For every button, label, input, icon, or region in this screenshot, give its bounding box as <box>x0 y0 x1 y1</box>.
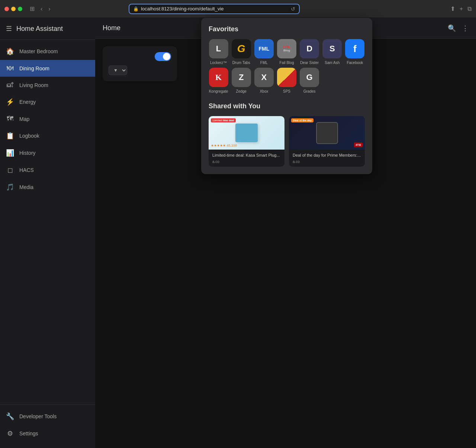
fav-grades[interactable]: G Grades <box>300 68 319 93</box>
header-actions: 🔍 ⋮ <box>448 24 469 32</box>
shared-card-kasa-title: Limited-time deal: Kasa Smart Plug... <box>212 153 281 158</box>
fav-fail-blog-icon: FAIL Blog <box>277 39 296 58</box>
app-title: Home Assistant <box>16 25 63 33</box>
main-content: Home 🔍 ⋮ ▼ <box>95 18 476 448</box>
shared-grid: Limited time deal ★★★★★ 45,100 Limited-t… <box>209 116 365 167</box>
fav-facebook-icon: f <box>345 39 364 58</box>
bolt-icon: ⚡ <box>6 98 14 106</box>
fav-lockerz[interactable]: L Lockerz™ <box>209 39 228 65</box>
new-tab-button[interactable]: + <box>460 6 463 12</box>
sidebar-label-history: History <box>19 150 36 156</box>
sidebar-label-map: Map <box>19 116 29 122</box>
fav-dear-sister-icon: D <box>300 39 319 58</box>
sidebar-item-logbook[interactable]: 📋 Logbook <box>0 127 95 144</box>
fav-drum-tabs[interactable]: G Drum Tabs <box>231 39 251 65</box>
sidebar-item-media[interactable]: 🎵 Media <box>0 179 95 196</box>
share-button[interactable]: ⬆ <box>450 5 455 12</box>
sidebar-toggle-icon[interactable]: ⊞ <box>28 4 36 14</box>
shared-card-ironwolf-title: Deal of the day for Prime Members:... <box>293 153 361 158</box>
house-icon: 🏠 <box>6 47 14 55</box>
shared-card-ironwolf-domain: a.co <box>293 160 361 164</box>
sidebar-item-hacs[interactable]: ◻ HACS <box>0 161 95 179</box>
sidebar-label-hacs: HACS <box>19 167 34 173</box>
kasa-rating: ★★★★★ 45,100 <box>211 144 237 147</box>
ironwolf-badge: Deal of the day <box>291 118 313 122</box>
shared-card-ironwolf-info: Deal of the day for Prime Members:... a.… <box>289 150 365 167</box>
sidebar-label-developer-tools: Developer Tools <box>19 413 57 419</box>
fav-grades-label: Grades <box>303 89 316 93</box>
back-button[interactable]: ‹ <box>39 4 44 14</box>
sidebar-label-media: Media <box>19 184 33 190</box>
minimize-button[interactable] <box>11 7 16 11</box>
menu-icon[interactable]: ☰ <box>6 25 12 33</box>
sidebar-footer: 🔧 Developer Tools ⚙ Settings <box>0 404 95 448</box>
fav-kongregate-label: Kongregate <box>209 89 228 93</box>
fullscreen-button[interactable] <box>18 7 22 11</box>
search-icon[interactable]: 🔍 <box>448 24 456 32</box>
fav-drum-tabs-icon: G <box>232 39 251 58</box>
fav-sps[interactable]: SPS <box>277 68 296 93</box>
toggle-switch[interactable] <box>155 52 171 61</box>
kasa-badge: Limited time deal <box>211 118 236 122</box>
wrench-icon: 🔧 <box>6 412 14 420</box>
address-input[interactable] <box>141 6 291 12</box>
lock-icon: 🔒 <box>133 6 139 12</box>
sidebar-item-living-room[interactable]: 🛋 Living Room <box>0 77 95 93</box>
fav-dear-sister-label: Dear Sister <box>300 61 319 65</box>
sidebar-header: ☰ Home Assistant <box>0 18 95 40</box>
sidebar-item-map[interactable]: 🗺 Map <box>0 111 95 127</box>
sofa-icon: 🛋 <box>6 81 14 89</box>
shared-card-kasa[interactable]: Limited time deal ★★★★★ 45,100 Limited-t… <box>209 116 284 167</box>
browser-actions: ⬆ + ⧉ <box>450 5 472 12</box>
fav-fail-blog-label: Fail Blog <box>280 61 294 65</box>
sidebar-label-master-bedroom: Master Bedroom <box>19 48 58 54</box>
hacs-icon: ◻ <box>6 166 14 174</box>
safari-dropdown: Favorites L Lockerz™ G Drum Tabs <box>201 18 372 174</box>
ha-select-dropdown[interactable]: ▼ <box>109 65 127 75</box>
fav-sps-label: SPS <box>283 89 290 93</box>
more-options-icon[interactable]: ⋮ <box>462 24 469 32</box>
sidebar-label-energy: Energy <box>19 99 36 105</box>
close-button[interactable] <box>4 7 9 11</box>
gear-icon: ⚙ <box>6 429 14 438</box>
sidebar-label-dining-room: Dining Room <box>19 65 49 71</box>
fav-sam-ash[interactable]: S Sam Ash <box>322 39 342 65</box>
fav-facebook[interactable]: f Facebook <box>345 39 365 65</box>
tabs-button[interactable]: ⧉ <box>467 6 472 12</box>
sidebar-item-master-bedroom[interactable]: 🏠 Master Bedroom <box>0 43 95 60</box>
fav-kongregate[interactable]: K Kongregate <box>209 68 228 93</box>
shared-card-kasa-info: Limited-time deal: Kasa Smart Plug... a.… <box>209 150 284 167</box>
fav-lockerz-label: Lockerz™ <box>210 61 227 65</box>
fav-fml-label: FML <box>260 61 268 65</box>
fav-dear-sister[interactable]: D Dear Sister <box>300 39 319 65</box>
shared-title: Shared with You <box>209 102 365 110</box>
reload-button[interactable]: ↺ <box>291 6 295 12</box>
sidebar-item-developer-tools[interactable]: 🔧 Developer Tools <box>0 408 95 425</box>
fav-xbox[interactable]: X Xbox <box>254 68 274 93</box>
fav-fml-icon: FML <box>254 39 274 58</box>
sidebar-item-settings[interactable]: ⚙ Settings <box>0 425 95 442</box>
forward-button[interactable]: › <box>47 4 52 14</box>
map-icon: 🗺 <box>6 115 14 123</box>
shared-card-kasa-image: Limited time deal ★★★★★ 45,100 <box>209 116 284 150</box>
fav-zedge[interactable]: Z Zedge <box>231 68 251 93</box>
fav-fml[interactable]: FML FML <box>254 39 274 65</box>
sidebar-item-dining-room[interactable]: 🍽 Dining Room <box>0 60 95 77</box>
sidebar-item-history[interactable]: 📊 History <box>0 144 95 161</box>
shared-card-ironwolf[interactable]: Deal of the day 4TB Deal of the day for … <box>289 116 365 167</box>
fav-lockerz-icon: L <box>209 39 228 58</box>
favorites-grid: L Lockerz™ G Drum Tabs FML FML <box>209 39 365 93</box>
shared-card-ironwolf-image: Deal of the day 4TB <box>289 116 365 150</box>
browser-chrome: ⊞ ‹ › 🔒 ↺ ⬆ + ⧉ <box>0 0 476 18</box>
fav-xbox-icon: X <box>254 68 274 87</box>
sidebar-label-living-room: Living Room <box>19 82 48 88</box>
fav-sps-icon <box>277 68 296 87</box>
fav-drum-tabs-label: Drum Tabs <box>232 61 250 65</box>
browser-toolbar: ⊞ ‹ › 🔒 ↺ ⬆ + ⧉ <box>28 4 472 14</box>
sidebar-item-energy[interactable]: ⚡ Energy <box>0 93 95 111</box>
fav-fail-blog[interactable]: FAIL Blog Fail Blog <box>277 39 296 65</box>
fav-sam-ash-label: Sam Ash <box>325 61 340 65</box>
address-bar-container: 🔒 ↺ <box>129 4 300 14</box>
ironwolf-overlay: 4TB <box>354 143 363 147</box>
ha-card-toggle: ▼ <box>103 46 177 81</box>
